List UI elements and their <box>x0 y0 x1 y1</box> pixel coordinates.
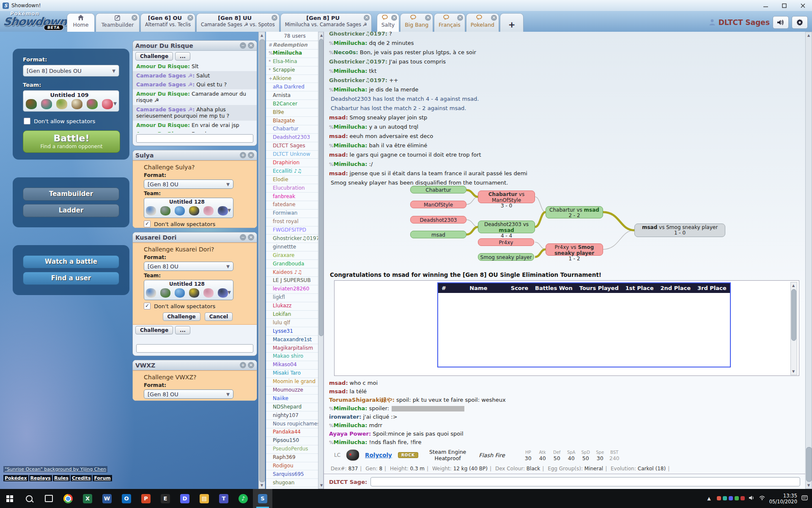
spoiler-block[interactable] <box>392 406 464 411</box>
network-icon[interactable] <box>759 495 765 502</box>
close-icon[interactable]: ✕ <box>457 15 463 21</box>
taskbar-app-word[interactable]: W <box>97 489 117 508</box>
userlist-user[interactable]: frost royal <box>266 218 324 226</box>
tray-app-icon[interactable] <box>741 496 745 500</box>
taskbar-app-epic-games[interactable]: E <box>156 489 175 508</box>
tab-chatroom[interactable]: ✕ Pokeland <box>466 13 499 32</box>
maximize-button[interactable] <box>775 0 793 11</box>
userlist-user[interactable]: Magikarpitalism <box>266 344 324 353</box>
scroll-up-icon[interactable]: ▲ <box>318 32 324 39</box>
minimize-button[interactable] <box>756 0 775 11</box>
challenge-form-button[interactable]: Cancel <box>205 312 233 321</box>
userlist-user[interactable]: Nous roupichames <box>266 420 324 428</box>
background-credit-link[interactable]: "Sunrise Ocean" background by Yijing Che… <box>3 466 107 472</box>
taskbar-app-outlook[interactable]: O <box>117 489 136 508</box>
userlist-user[interactable]: Pipsou150 <box>266 437 324 445</box>
taskbar-app-spotify[interactable]: ♪ <box>233 489 253 508</box>
close-icon[interactable]: ✕ <box>491 15 497 21</box>
userlist-user[interactable]: Misaki Taro <box>266 370 324 378</box>
userlist-user[interactable]: Pandaka44 <box>266 428 324 437</box>
tab-home[interactable]: Home <box>67 13 95 32</box>
tab-chatroom[interactable]: ✕ Salty <box>377 13 399 32</box>
userlist-user[interactable]: Ghostricker♫0197 <box>266 235 324 243</box>
taskbar-clock[interactable]: 13:35 05/10/2020 <box>769 493 797 505</box>
search-button[interactable] <box>19 489 39 508</box>
userlist-user[interactable]: + Alkione <box>266 75 324 83</box>
format-select[interactable]: [Gen 8] OU▼ <box>144 179 233 189</box>
table-scrollbar[interactable]: ▲ ▼ <box>790 282 797 375</box>
tab-battle[interactable]: ✕ [Gen 8] UU Camarade Sages ☭ vs. Spotos <box>196 13 280 32</box>
footer-link[interactable]: Forum <box>93 475 112 481</box>
scroll-up-icon[interactable]: ▲ <box>806 32 812 39</box>
userlist-user[interactable]: lulu qlf <box>266 319 324 327</box>
footer-link[interactable]: Replays <box>29 475 52 481</box>
team-select[interactable]: Untitled 128 ▼ <box>144 280 233 300</box>
scrollbar-thumb[interactable] <box>259 39 265 482</box>
userlist-user[interactable]: Bl9e <box>266 108 324 117</box>
tab-battle[interactable]: ✕ [Gen 8] PU Mimilucha vs. Camarade Sage… <box>280 13 372 32</box>
taskbar-app-teams[interactable]: T <box>214 489 233 508</box>
userlist-user[interactable]: LE J SUPERSUB <box>266 277 324 285</box>
chat-scrollbar[interactable]: ▲ ▼ <box>805 32 812 489</box>
scroll-down-icon[interactable]: ▼ <box>318 482 324 489</box>
userlist-user[interactable]: % Mimilucha <box>266 50 324 58</box>
userlist-user[interactable]: Mikaso04 <box>266 361 324 370</box>
userlist-user[interactable]: * Scrappie <box>266 66 324 75</box>
home-scrollbar[interactable]: ▲ ▼ <box>258 32 265 489</box>
userlist-user[interactable]: fatedane <box>266 201 324 210</box>
taskbar-app-discord[interactable]: D <box>175 489 195 508</box>
close-button[interactable] <box>793 0 812 11</box>
tab-chatroom[interactable]: ✕ Big Bang <box>400 13 433 32</box>
username[interactable]: DLTCT Sages <box>719 18 770 27</box>
userlist-user[interactable]: DLTCT Unknow <box>266 151 324 159</box>
challenge-form-button[interactable]: Challenge <box>163 312 200 321</box>
pm-title-bar[interactable]: Sulya +✕ <box>133 150 257 160</box>
scrollbar-thumb[interactable] <box>791 289 796 341</box>
scroll-down-icon[interactable]: ▼ <box>806 482 812 489</box>
userlist-user[interactable]: DLTCT Sages <box>266 142 324 151</box>
userlist-user[interactable]: Blazgate <box>266 117 324 125</box>
minimize-icon[interactable]: − <box>240 234 246 240</box>
hidden-icons-chevron[interactable]: ▲ <box>707 496 710 501</box>
challenge-button[interactable]: Challenge <box>135 326 173 334</box>
userlist-user[interactable]: NDShepard <box>266 403 324 411</box>
userlist-user[interactable]: ginnettte <box>266 243 324 251</box>
userlist-user[interactable]: PseudoPerdus <box>266 445 324 454</box>
userlist-user[interactable]: Naiike <box>266 395 324 403</box>
userlist-user[interactable]: # Redemption <box>266 41 324 50</box>
taskbar-app-powerpoint[interactable]: P <box>136 489 156 508</box>
format-select[interactable]: [Gen 8] Doubles OU▼ <box>23 65 119 77</box>
userlist-user[interactable]: Lokifan <box>266 311 324 319</box>
taskbar-app-chrome[interactable] <box>58 489 78 508</box>
close-icon[interactable]: ✕ <box>391 15 397 21</box>
scroll-up-icon[interactable]: ▲ <box>791 282 796 289</box>
userlist-user[interactable]: Raph369 <box>266 454 324 462</box>
sound-button[interactable] <box>773 16 789 29</box>
taskbar-app-excel[interactable]: X <box>78 489 97 508</box>
add-tab-button[interactable]: + <box>500 13 524 32</box>
userlist-user[interactable]: Formiwan <box>266 210 324 218</box>
scroll-down-icon[interactable]: ▼ <box>259 482 265 489</box>
userlist-user[interactable]: * Elsa-Mina <box>266 58 324 66</box>
tray-app-icon[interactable] <box>735 496 739 500</box>
userlist-user[interactable]: Arnista <box>266 91 324 100</box>
userlist-count[interactable]: 78 users <box>266 32 324 41</box>
userlist-user[interactable]: Moomin le grand <box>266 378 324 387</box>
userlist-user[interactable]: Kaideos ♪♫ <box>266 268 324 277</box>
userlist-user[interactable]: Rodigou <box>266 462 324 471</box>
tray-app-icon[interactable] <box>723 496 727 500</box>
spectators-checkbox[interactable] <box>144 303 151 309</box>
expand-icon[interactable]: + <box>240 362 246 368</box>
menu-button[interactable]: Find a user <box>23 272 119 285</box>
team-select[interactable]: Untitled 128 ▼ <box>144 198 233 218</box>
close-icon[interactable]: ✕ <box>248 152 254 158</box>
menu-button[interactable]: Ladder <box>23 204 119 217</box>
userlist-user[interactable]: Grandbouda <box>266 260 324 268</box>
userlist-user[interactable]: Draphirion <box>266 159 324 167</box>
challenge-button[interactable]: ... <box>175 326 190 334</box>
userlist-user[interactable]: Macaxandre1st <box>266 336 324 344</box>
menu-button[interactable]: Watch a battle <box>23 255 119 268</box>
minimize-icon[interactable]: − <box>240 42 246 49</box>
userlist-user[interactable]: Elucubration <box>266 184 324 193</box>
chat-input[interactable] <box>370 477 800 486</box>
